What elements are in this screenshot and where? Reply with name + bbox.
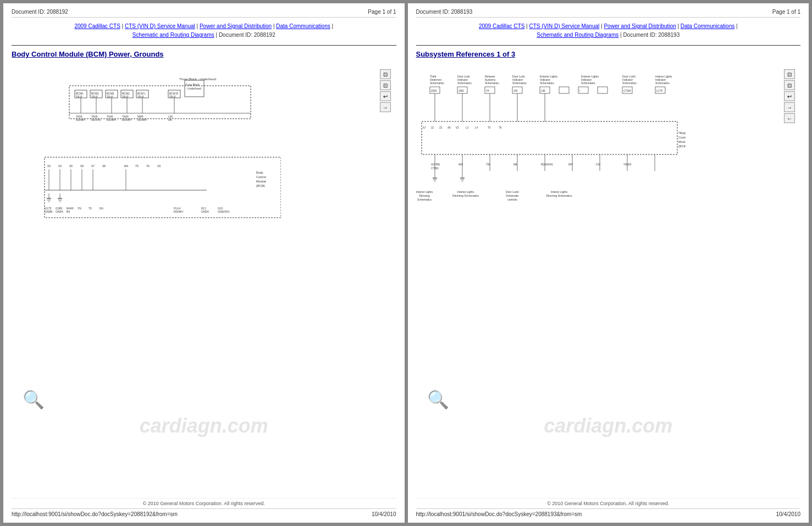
- page-1-divider: [12, 45, 396, 46]
- page-2-bottom-date: 10/4/2010: [776, 511, 801, 517]
- svg-text:Schematics: Schematics: [485, 81, 499, 85]
- svg-text:DA: DA: [100, 207, 104, 210]
- page-2-link-service-manual[interactable]: CTS (VIN D) Service Manual: [529, 23, 599, 29]
- svg-text:TR-P: TR-P: [122, 95, 129, 98]
- svg-text:S3: S3: [47, 164, 51, 168]
- svg-text:CT364: CT364: [623, 90, 631, 92]
- page-1-nav-icon-3[interactable]: ↩: [380, 91, 391, 101]
- page-2-nav-icon-3[interactable]: ↩: [784, 91, 795, 101]
- svg-text:T6: T6: [146, 164, 150, 168]
- page-1-link-service-manual[interactable]: CTS (VIN D) Service Manual: [125, 23, 195, 29]
- page-1-bottom-url[interactable]: http://localhost:9001/si/showDoc.do?docS…: [12, 511, 178, 517]
- page-2-link-cadillac[interactable]: 2009 Cadillac CTS: [479, 23, 524, 29]
- svg-text:Schematics: Schematics: [430, 81, 444, 85]
- svg-text:1981: 1981: [459, 90, 465, 92]
- page-1-diagram-svg: *Fuse Block - Underhood BCM1 TR-P BCM1 T…: [12, 69, 281, 300]
- page-1-page-num: Page 1 of 1: [368, 9, 396, 15]
- svg-text:(BCM): (BCM): [256, 184, 265, 187]
- page-2-title: Subsystem References 1 of 3: [416, 50, 801, 58]
- svg-text:Schematics: Schematics: [457, 81, 472, 85]
- page-2-nav-icon-2[interactable]: ⊡: [784, 80, 795, 90]
- page-2-bottom-url[interactable]: http://localhost:9001/si/showDoc.do?docS…: [416, 511, 582, 517]
- page-2-nav-icon-4[interactable]: →: [784, 102, 795, 112]
- page-2-nav-icons: ⊡ ⊡ ↩ → ←: [784, 69, 795, 123]
- page-1-header: Document ID: 2088192 Page 1 of 1: [12, 9, 396, 18]
- svg-text:Interior Lights: Interior Lights: [550, 190, 567, 193]
- page-1-link-data-comm[interactable]: Data Communications: [276, 23, 330, 29]
- svg-text:(BCM): (BCM): [678, 145, 686, 148]
- svg-text:L4: L4: [475, 126, 478, 129]
- page-1-link-power-signal[interactable]: Power and Signal Distribution: [200, 23, 272, 29]
- page-2-magnify-icon[interactable]: 🔍: [427, 389, 449, 410]
- svg-text:Interior Lights: Interior Lights: [457, 190, 474, 193]
- svg-text:LCT5: LCT5: [656, 90, 663, 92]
- page-1-nav-icon-1[interactable]: ⊡: [380, 69, 391, 79]
- svg-text:S7: S7: [91, 164, 95, 168]
- svg-text:B4: B4: [67, 210, 70, 213]
- svg-text:Control: Control: [678, 136, 686, 139]
- page-2-diagram-area: ⊡ ⊡ ↩ → ← Theft Deterrent Schematics Doo…: [416, 64, 801, 492]
- page-1-bottom-date: 10/4/2010: [372, 511, 396, 517]
- svg-text:Interior Lights: Interior Lights: [416, 190, 433, 193]
- svg-text:M4: M4: [124, 164, 128, 168]
- svg-text:Schematic: Schematic: [506, 194, 519, 197]
- page-1-footer: © 2010 General Motors Corporation. All r…: [12, 498, 396, 506]
- svg-text:TR-P: TR-P: [169, 95, 176, 98]
- page-2-doc-id: Document ID: 2088193: [416, 9, 473, 15]
- page-1-nav-icon-4[interactable]: →: [380, 102, 391, 112]
- page-1-link-cadillac[interactable]: 2009 Cadillac CTS: [74, 23, 120, 29]
- svg-text:Door Lock/: Door Lock/: [505, 190, 519, 193]
- svg-text:9RT: 9RT: [568, 163, 573, 166]
- svg-text:RD/VIN: RD/VIN: [91, 118, 101, 121]
- page-2-breadcrumb: 2009 Cadillac CTS | CTS (VIN D) Service …: [416, 22, 801, 40]
- svg-text:Schematics: Schematics: [581, 81, 595, 85]
- page-1-breadcrumb: 2009 Cadillac CTS | CTS (VIN D) Service …: [12, 22, 396, 40]
- svg-text:controls: controls: [507, 198, 517, 201]
- svg-text:2009: 2009: [431, 90, 437, 92]
- svg-text:Schematics: Schematics: [622, 81, 637, 85]
- svg-text:F16: F16: [596, 163, 600, 166]
- page-2-link-power-signal[interactable]: Power and Signal Distribution: [604, 23, 676, 29]
- svg-text:DK: DK: [168, 118, 173, 121]
- svg-text:U5: U5: [157, 164, 161, 168]
- page-2-diagram-svg: Theft Deterrent Schematics Door Lock Ind…: [416, 69, 686, 229]
- page-2-nav-icon-1[interactable]: ⊡: [784, 69, 795, 79]
- svg-text:M9: M9: [513, 163, 517, 166]
- page-2-nav-icon-5[interactable]: ←: [784, 113, 795, 123]
- svg-text:*Body: *Body: [678, 131, 686, 135]
- svg-text:Schematics: Schematics: [417, 198, 432, 201]
- svg-text:T0: T0: [89, 207, 92, 210]
- svg-text:Schematics: Schematics: [655, 81, 670, 85]
- svg-rect-128: [598, 87, 607, 93]
- svg-text:L3: L3: [466, 126, 469, 129]
- svg-text:Dimming Sch'ematics: Dimming Sch'ematics: [452, 194, 479, 197]
- page-1-link-schematic[interactable]: Schematic and Routing Diagrams: [132, 32, 214, 38]
- svg-text:Dimming Schematics: Dimming Schematics: [546, 194, 572, 197]
- page-1-doc-id-inline: Document ID: 2088192: [219, 32, 275, 38]
- sep4b: |: [736, 23, 738, 29]
- svg-text:RD/WH: RD/WH: [174, 210, 183, 213]
- page-2-link-schematic[interactable]: Schematic and Routing Diagrams: [537, 32, 618, 38]
- svg-text:I: I: [579, 90, 580, 92]
- svg-text:Schematics: Schematics: [512, 81, 527, 85]
- svg-text:Body: Body: [256, 171, 263, 174]
- svg-text:Schematics: Schematics: [540, 81, 554, 85]
- sep4: |: [332, 23, 333, 29]
- svg-text:RD/WH: RD/WH: [76, 118, 85, 121]
- page-1: Document ID: 2088192 Page 1 of 1 2009 Ca…: [3, 3, 405, 523]
- svg-text:S5: S5: [69, 164, 73, 168]
- page-2-link-data-comm[interactable]: Data Communications: [681, 23, 734, 29]
- svg-text:GND/D41: GND/D41: [218, 210, 230, 213]
- page-1-magnify-icon[interactable]: 🔍: [23, 389, 45, 410]
- page-1-nav-icon-2[interactable]: ⊡: [380, 80, 391, 90]
- svg-text:V2: V2: [456, 126, 459, 129]
- page-2-doc-id-inline: Document ID: 2088193: [623, 32, 680, 38]
- svg-text:RD/WH: RD/WH: [107, 118, 116, 121]
- svg-text:RD/WH: RD/WH: [122, 118, 131, 121]
- svg-text:T5: T5: [488, 126, 491, 129]
- svg-text:S8: S8: [102, 164, 106, 168]
- svg-text:YNS50: YNS50: [623, 163, 632, 166]
- svg-text:Module: Module: [256, 180, 266, 183]
- svg-rect-126: [559, 87, 569, 93]
- page-1-title: Body Control Module (BCM) Power, Grounds: [12, 50, 396, 58]
